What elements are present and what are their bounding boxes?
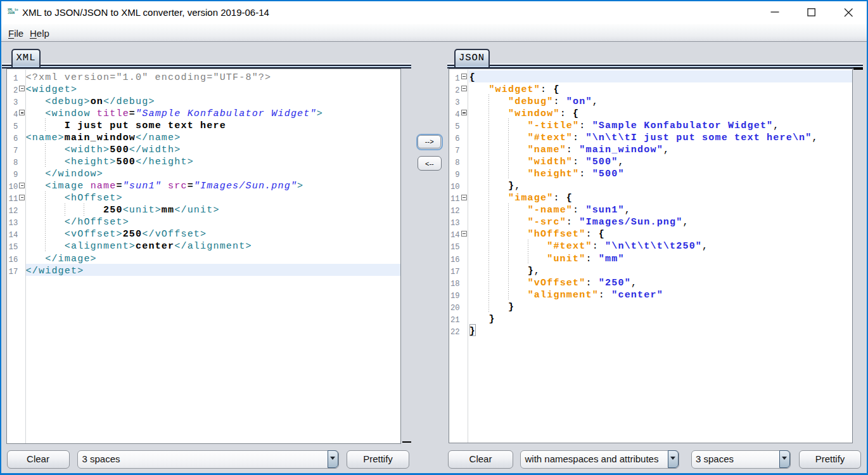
svg-text:JSON: JSON bbox=[8, 11, 15, 15]
